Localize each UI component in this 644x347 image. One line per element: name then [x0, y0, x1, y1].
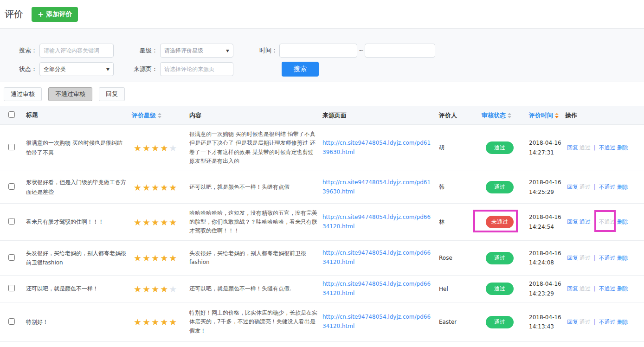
reviewer-name: 胡 [439, 144, 444, 151]
row-actions: 回复通过 | 不通过删除 [565, 276, 644, 302]
star-filter-value: 请选择评价星级 [164, 47, 203, 55]
search-input[interactable] [39, 44, 114, 58]
row-checkbox[interactable] [8, 183, 15, 190]
status-filter-label: 状态： [0, 62, 37, 76]
reply-link[interactable]: 回复 [567, 319, 578, 325]
search-button[interactable]: 搜索 [282, 62, 319, 77]
review-content: 很满意的一次购物 买的时候也是很纠结 怕带了不真 但是还是下决心了 但是我是后期… [189, 131, 316, 164]
table-header-row: 标题 评价星级 内容 来源页面 评价人 审核状态 评价时间 [0, 106, 644, 125]
delete-link[interactable]: 删除 [617, 144, 628, 151]
header-review-time[interactable]: 评价时间 [523, 106, 565, 125]
source-page-input[interactable] [160, 62, 233, 76]
reviews-table: 标题 评价星级 内容 来源页面 评价人 审核状态 评价时间 [0, 106, 644, 342]
action-separator: | [592, 184, 598, 190]
source-link[interactable]: http://cn.site94748054.ldyjz.com/pd61396… [322, 140, 431, 155]
header-review-status[interactable]: 审核状态 [479, 106, 523, 125]
header-star-rating[interactable]: 评价星级 [132, 106, 189, 125]
bulk-reply-button[interactable]: 回复 [99, 87, 125, 101]
approve-link[interactable]: 通过 [580, 255, 591, 261]
source-link[interactable]: http://cn.site94748054.ldyjz.com/pd61396… [322, 179, 431, 195]
bulk-action-bar: 通过审核 不通过审核 回复 [4, 87, 125, 101]
reply-link[interactable]: 回复 [567, 285, 578, 292]
star-filter-label: 星级： [121, 44, 158, 58]
star-rating: ★★★★★ [134, 146, 178, 153]
review-time: 14:23:29 [529, 289, 562, 298]
sort-asc-icon [508, 113, 511, 115]
source-filter-label: 来源页： [121, 62, 158, 76]
reviewer-name: 韩 [439, 184, 444, 190]
sort-icons[interactable] [555, 113, 559, 118]
top-bar: 评价 + 添加评价 [0, 0, 644, 29]
status-filter-value: 全部分类 [44, 65, 66, 73]
review-content: 头发很好，买给老妈的，别人都夸老妈很前卫很fashion [189, 250, 306, 265]
approve-link[interactable]: 通过 [580, 319, 591, 325]
row-checkbox[interactable] [8, 144, 15, 150]
row-checkbox[interactable] [8, 318, 15, 325]
source-link[interactable]: http://cn.site94748054.ldyjz.com/pd66341… [322, 314, 431, 329]
delete-link[interactable]: 删除 [617, 319, 628, 325]
star-filter-select[interactable]: 请选择评价星级 ▼ [160, 44, 233, 58]
sort-asc-icon [158, 113, 161, 115]
header-title: 标题 [22, 106, 132, 125]
add-review-label: 添加评价 [46, 10, 72, 19]
add-review-button[interactable]: + 添加评价 [32, 7, 78, 22]
header-content: 内容 [189, 106, 322, 125]
review-time: 14:27:31 [529, 148, 562, 157]
sort-icons[interactable] [508, 113, 511, 118]
reject-link[interactable]: 不通过 [599, 319, 616, 325]
reviewer-name: Hel [439, 286, 448, 292]
status-badge: 通过 [486, 316, 514, 328]
approve-link[interactable]: 通过 [580, 184, 591, 190]
reject-link[interactable]: 不通过 [599, 218, 616, 225]
bulk-reject-button[interactable]: 不通过审核 [48, 87, 92, 101]
reject-link[interactable]: 不通过 [599, 255, 616, 261]
status-badge: 通过 [486, 252, 514, 264]
row-checkbox[interactable] [8, 218, 15, 225]
chevron-down-icon: ▼ [226, 49, 229, 53]
select-all-checkbox[interactable] [8, 111, 15, 118]
action-separator: | [592, 218, 598, 225]
source-link[interactable]: http://cn.site94748054.ldyjz.com/pd66341… [322, 281, 431, 296]
review-date: 2018-04-16 [529, 249, 562, 258]
table-row: 形状很好看，但是入门级的毕竟做工各方面还是差些 ★★★★★ 还可以吧，就是颜色不… [0, 171, 644, 204]
delete-link[interactable]: 删除 [617, 255, 628, 261]
reject-link[interactable]: 不通过 [599, 285, 616, 292]
sort-icons[interactable] [158, 113, 161, 118]
star-rating: ★★★★★ [134, 256, 178, 263]
approve-link[interactable]: 通过 [580, 218, 591, 225]
reply-link[interactable]: 回复 [567, 218, 578, 225]
reject-link[interactable]: 不通过 [599, 144, 616, 151]
source-link[interactable]: http://cn.site94748054.ldyjz.com/pd66341… [322, 214, 431, 230]
delete-link[interactable]: 删除 [617, 285, 628, 292]
row-checkbox[interactable] [8, 285, 15, 291]
review-date: 2018-04-16 [529, 212, 562, 222]
reply-link[interactable]: 回复 [567, 144, 578, 151]
reply-link[interactable]: 回复 [567, 255, 578, 261]
review-time: 14:24:08 [529, 258, 562, 267]
table-row: 看来只有朕才驾驭的住啊！！！ ★★★★★ 哈哈哈哈哈哈，这短发，没有精致的五官，… [0, 204, 644, 241]
delete-link[interactable]: 删除 [617, 218, 628, 225]
source-link[interactable]: http://cn.site94748054.ldyjz.com/pd66341… [322, 250, 431, 265]
row-checkbox[interactable] [8, 254, 15, 261]
status-badge: 通过 [486, 141, 514, 154]
approve-link[interactable]: 通过 [580, 144, 591, 151]
approve-link[interactable]: 通过 [580, 285, 591, 292]
reviewer-name: Easter [439, 319, 457, 325]
reject-link[interactable]: 不通过 [599, 184, 616, 190]
reply-link[interactable]: 回复 [567, 184, 578, 190]
date-range-separator: ~ [359, 44, 364, 58]
row-actions: 回复通过 | 不通过删除 [565, 241, 644, 276]
review-content: 还可以吧，就是颜色不一样！头缝有点假. [189, 285, 291, 292]
review-title: 特别好！ [26, 319, 48, 325]
date-from-input[interactable] [279, 44, 357, 58]
sort-asc-icon [555, 113, 559, 115]
date-to-input[interactable] [365, 44, 435, 58]
bulk-approve-button[interactable]: 通过审核 [4, 87, 42, 101]
sort-desc-icon [508, 116, 511, 118]
row-actions: 回复通过 | 不通过删除 [565, 302, 644, 342]
status-filter-select[interactable]: 全部分类 ▼ [39, 62, 114, 76]
table-row: 头发很好，买给老妈的，别人都夸老妈很前卫很fashion ★★★★★ 头发很好，… [0, 241, 644, 276]
plus-icon: + [38, 11, 44, 18]
delete-link[interactable]: 删除 [617, 184, 628, 190]
status-badge: 未通过 [486, 216, 514, 228]
